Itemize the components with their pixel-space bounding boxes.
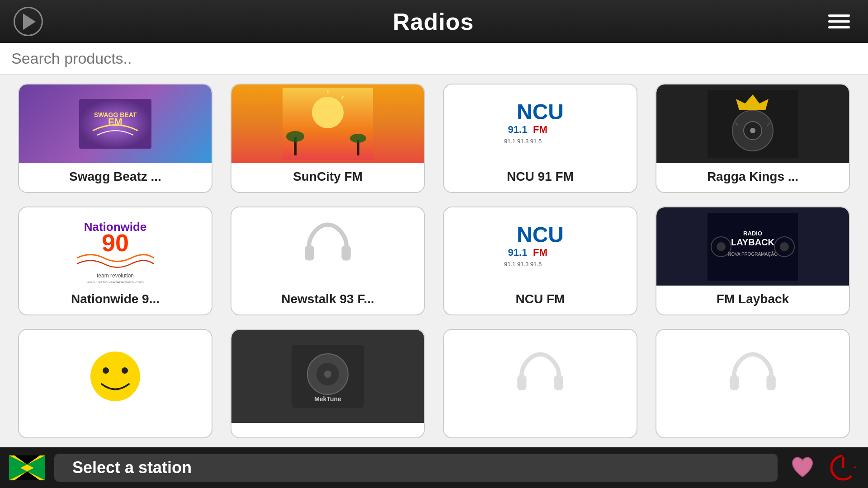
svg-rect-29 [305,245,314,260]
station-label [748,423,757,437]
country-flag [9,455,45,480]
station-card[interactable] [656,329,850,438]
station-card[interactable] [18,329,212,438]
station-card[interactable]: NCU 91.1 FM 91.1 91.3 91.5 NCU FM [443,206,637,316]
station-thumb: NCU 91.1 FM 91.1 91.3 91.5 [444,84,637,163]
station-card[interactable]: SunCity SunCity FM [231,84,425,193]
swagg-logo: SWAGG BEAT FM [79,99,151,149]
station-label: SunCity FM [288,163,367,192]
mektune-logo: MekTune [292,345,364,408]
nationwide-logo: Nationwide 90 team revolution www.nation… [66,211,165,283]
menu-button[interactable] [824,10,854,33]
play-button[interactable] [14,7,43,36]
svg-text:NCU: NCU [517,100,564,124]
ragga-logo [708,90,798,158]
emoji-icon [86,347,145,406]
station-label [323,423,332,437]
svg-text:FM: FM [533,247,547,258]
station-grid: SWAGG BEAT FM Swagg Beatz ... [0,75,868,447]
station-thumb: RADIO LAYBACK NOVA PROGRAMAÇÃO [656,207,849,286]
station-thumb: SWAGG BEAT FM [19,84,212,163]
station-thumb [656,330,849,423]
station-label: Swagg Beatz ... [65,163,166,192]
svg-text:NOVA PROGRAMAÇÃO: NOVA PROGRAMAÇÃO [728,251,778,257]
station-label [111,423,120,437]
header: Radios [0,0,868,43]
svg-text:NCU: NCU [517,223,564,247]
svg-text:RADIO: RADIO [743,230,762,237]
search-input[interactable] [11,50,857,67]
menu-line-2 [828,20,850,23]
station-card[interactable]: Ragga Kings ... [656,84,850,193]
station-label: NCU 91 FM [502,163,578,192]
ncu-fm-logo: NCU 91.1 FM 91.1 91.3 91.5 [491,213,590,281]
svg-point-42 [717,242,726,251]
station-thumb [444,330,637,423]
headphone-icon [301,220,355,274]
select-station-label: Select a station [54,454,778,482]
svg-rect-52 [517,375,526,390]
station-card[interactable] [443,329,637,438]
ncu91-logo: NCU 91.1 FM 91.1 91.3 91.5 [491,90,590,158]
svg-text:91.1  91.3  91.5: 91.1 91.3 91.5 [504,138,542,145]
svg-text:MekTune: MekTune [314,395,341,403]
station-thumb: NCU 91.1 FM 91.1 91.3 91.5 [444,207,637,286]
station-thumb: Nationwide 90 team revolution www.nation… [19,207,212,286]
svg-point-21 [750,128,755,133]
menu-line-1 [828,14,850,17]
svg-point-44 [90,352,140,401]
menu-line-3 [828,26,850,28]
svg-text:91.1: 91.1 [508,124,528,135]
svg-text:91.1  91.3  91.5: 91.1 91.3 91.5 [504,261,542,267]
svg-text:LAYBACK: LAYBACK [731,237,774,247]
station-thumb [19,330,212,423]
station-card[interactable]: Nationwide 90 team revolution www.nation… [18,206,212,316]
svg-text:team revolution: team revolution [97,272,134,279]
svg-rect-54 [730,375,739,390]
station-thumb: SunCity [231,84,424,163]
station-thumb [231,207,424,286]
svg-text:91.1: 91.1 [508,247,528,258]
suncity-logo: SunCity [283,88,373,160]
svg-text:www.nationwideradiojm.com: www.nationwideradiojm.com [86,280,144,283]
svg-point-43 [780,242,789,251]
headphone-icon [726,349,780,404]
svg-rect-30 [341,245,350,260]
svg-point-50 [324,371,331,378]
station-card[interactable]: NCU 91.1 FM 91.1 91.3 91.5 NCU 91 FM [443,84,637,193]
heart-icon [789,454,816,481]
station-thumb [656,84,849,163]
svg-text:FM: FM [533,124,547,135]
svg-point-46 [122,367,128,374]
svg-point-4 [312,97,344,128]
svg-point-45 [103,367,109,374]
bottom-bar: Select a station [0,447,868,488]
svg-rect-53 [554,375,563,390]
layback-logo: RADIO LAYBACK NOVA PROGRAMAÇÃO [708,213,798,281]
station-thumb: MekTune [231,330,424,423]
page-title: Radios [393,8,474,35]
station-label: FM Layback [712,286,793,314]
favorite-button[interactable] [787,452,818,483]
svg-point-8 [286,131,304,142]
svg-rect-55 [766,375,775,390]
station-label: Newstalk 93 F... [277,286,378,314]
station-label: Nationwide 9... [66,286,164,314]
station-card[interactable]: Newstalk 93 F... [231,206,425,316]
station-card[interactable]: SWAGG BEAT FM Swagg Beatz ... [18,84,212,193]
svg-text:90: 90 [102,229,129,256]
power-button[interactable] [827,452,859,483]
power-icon [830,454,857,481]
station-label: NCU FM [511,286,570,314]
station-card[interactable]: MekTune [231,329,425,438]
search-bar [0,43,868,75]
headphone-icon [513,349,567,404]
station-label [536,423,545,437]
station-card[interactable]: RADIO LAYBACK NOVA PROGRAMAÇÃO FM Laybac… [656,206,850,316]
svg-point-10 [350,134,366,143]
station-label: Ragga Kings ... [703,163,803,192]
